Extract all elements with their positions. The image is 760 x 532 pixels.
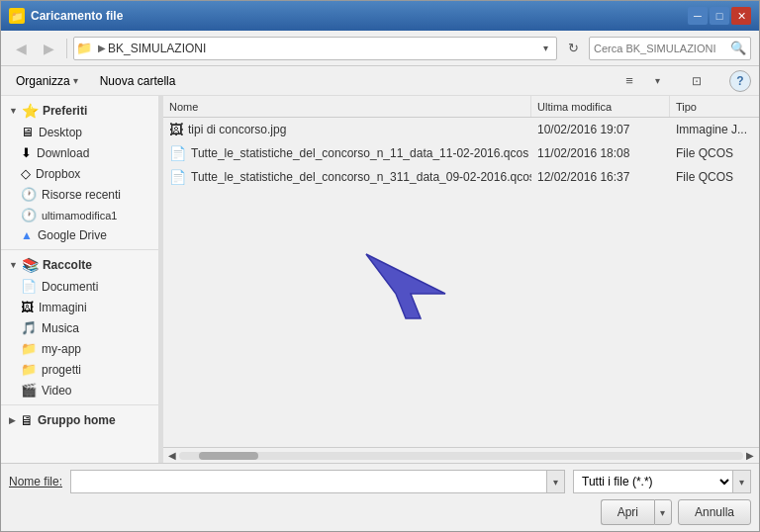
- filename-label: Nome file:: [9, 475, 62, 488]
- table-row[interactable]: 🖼 tipi di concorso.jpg 10/02/2016 19:07 …: [163, 118, 759, 141]
- sidebar-item-ultimamodifica-label: ultimamodifica1: [42, 210, 117, 222]
- file-dialog: 📁 Caricamento file ─ □ ✕ ◀ ▶ 📁 ▶ BK_SIMU…: [0, 0, 760, 532]
- hscroll-right-button[interactable]: ▶: [743, 450, 757, 461]
- refresh-button[interactable]: ↻: [561, 37, 585, 60]
- file-name-cell: 📄 Tutte_le_statistiche_del_concorso_n_11…: [163, 145, 531, 161]
- immagini-icon: 🖼: [21, 300, 34, 314]
- myapp-icon: 📁: [21, 341, 37, 356]
- googledrive-icon: ▲: [21, 228, 33, 242]
- file-date-cell: 12/02/2016 16:37: [531, 170, 670, 184]
- hscroll-left-button[interactable]: ◀: [165, 450, 179, 461]
- musica-icon: 🎵: [21, 320, 37, 335]
- sidebar-group-gruppohome[interactable]: ▶ 🖥 Gruppo home: [1, 409, 158, 431]
- sidebar-item-dropbox[interactable]: ◇ Dropbox: [1, 163, 158, 184]
- col-type-label: Tipo: [676, 101, 697, 113]
- expand-icon-preferiti: ▼: [9, 106, 18, 116]
- sidebar-item-documenti[interactable]: 📄 Documenti: [1, 276, 158, 297]
- breadcrumb-path: BK_SIMULAZIONI: [108, 42, 538, 55]
- organize-dropdown-icon: ▾: [73, 75, 78, 86]
- sidebar-section-raccolte: ▼ 📚 Raccolte 📄 Documenti 🖼 Immagini 🎵 Mu…: [1, 254, 158, 400]
- file-icon-qcos1: 📄: [169, 145, 186, 161]
- preferiti-group-icon: ⭐: [22, 103, 39, 119]
- sidebar-divider-1: [1, 249, 158, 250]
- hscroll-track: [179, 452, 743, 460]
- breadcrumb-dropdown-button[interactable]: ▾: [538, 38, 552, 59]
- gruppohome-group-icon: 🖥: [20, 412, 34, 428]
- organize-label: Organizza: [16, 74, 70, 88]
- open-button[interactable]: Apri: [601, 499, 654, 525]
- col-header-date[interactable]: Ultima modifica: [531, 96, 670, 117]
- close-button[interactable]: ✕: [731, 7, 751, 25]
- sidebar-item-desktop[interactable]: 🖥 Desktop: [1, 122, 158, 142]
- filetype-select[interactable]: Tutti i file (*.*): [573, 470, 733, 493]
- sidebar-item-progetti-label: progetti: [42, 363, 81, 377]
- minimize-button[interactable]: ─: [688, 7, 708, 25]
- search-input[interactable]: [594, 43, 730, 54]
- file-date-cell: 11/02/2016 18:08: [531, 146, 670, 160]
- sidebar-item-googledrive[interactable]: ▲ Google Drive: [1, 225, 158, 245]
- filename-input[interactable]: [70, 470, 547, 493]
- hscroll-thumb[interactable]: [199, 452, 258, 460]
- gruppohome-group-label: Gruppo home: [38, 413, 116, 427]
- title-icon: 📁: [9, 8, 25, 24]
- sidebar: ▼ ⭐ Preferiti 🖥 Desktop ⬇ Download ◇ Dro…: [1, 96, 159, 463]
- sidebar-group-preferiti[interactable]: ▼ ⭐ Preferiti: [1, 100, 158, 122]
- filetype-select-wrap: Tutti i file (*.*) ▾: [573, 470, 751, 493]
- filetype-dropdown-button[interactable]: ▾: [733, 470, 751, 493]
- filename-row: Nome file: ▾ Tutti i file (*.*) ▾: [9, 470, 751, 493]
- title-text: Caricamento file: [31, 9, 688, 23]
- file-list: 🖼 tipi di concorso.jpg 10/02/2016 19:07 …: [163, 118, 759, 447]
- file-name-cell: 📄 Tutte_le_statistiche_del_concorso_n_31…: [163, 169, 531, 185]
- sidebar-item-myapp[interactable]: 📁 my-app: [1, 338, 158, 359]
- help-button[interactable]: ?: [729, 70, 751, 92]
- sidebar-item-video[interactable]: 🎬 Video: [1, 380, 158, 400]
- breadcrumb[interactable]: 📁 ▶ BK_SIMULAZIONI ▾: [73, 37, 557, 60]
- sidebar-item-recenti[interactable]: 🕐 Risorse recenti: [1, 184, 158, 205]
- back-button[interactable]: ◀: [9, 37, 33, 60]
- open-button-group: Apri ▾: [601, 499, 672, 525]
- table-row[interactable]: 📄 Tutte_le_statistiche_del_concorso_n_11…: [163, 141, 759, 165]
- search-button[interactable]: 🔍: [730, 41, 746, 55]
- preview-pane-button[interactable]: ⊡: [684, 69, 710, 93]
- file-name-label: tipi di concorso.jpg: [188, 123, 286, 136]
- title-bar: 📁 Caricamento file ─ □ ✕: [1, 1, 759, 31]
- horizontal-scrollbar[interactable]: ◀ ▶: [163, 447, 759, 463]
- col-header-type[interactable]: Tipo: [670, 96, 759, 117]
- sidebar-item-immagini[interactable]: 🖼 Immagini: [1, 297, 158, 317]
- file-list-header: Nome Ultima modifica Tipo: [163, 96, 759, 118]
- sidebar-item-musica-label: Musica: [42, 321, 79, 335]
- sidebar-item-myapp-label: my-app: [42, 342, 81, 356]
- open-dropdown-button[interactable]: ▾: [654, 499, 672, 525]
- sidebar-group-raccolte[interactable]: ▼ 📚 Raccolte: [1, 254, 158, 276]
- ultimamodifica-icon: 🕐: [21, 208, 37, 222]
- cancel-button[interactable]: Annulla: [678, 499, 751, 525]
- forward-button[interactable]: ▶: [37, 37, 60, 60]
- sidebar-item-ultimamodifica[interactable]: 🕐 ultimamodifica1: [1, 205, 158, 225]
- view-button[interactable]: ≡: [617, 69, 642, 93]
- organize-button[interactable]: Organizza ▾: [9, 71, 85, 91]
- sidebar-item-download-label: Download: [37, 146, 89, 160]
- action-row: Apri ▾ Annulla: [9, 499, 751, 525]
- col-date-label: Ultima modifica: [537, 101, 612, 113]
- sidebar-item-download[interactable]: ⬇ Download: [1, 142, 158, 163]
- table-row[interactable]: 📄 Tutte_le_statistiche_del_concorso_n_31…: [163, 165, 759, 189]
- bottom-bar: Nome file: ▾ Tutti i file (*.*) ▾ Apri ▾…: [1, 463, 759, 531]
- maximize-button[interactable]: □: [710, 7, 729, 25]
- col-header-name[interactable]: Nome: [163, 96, 531, 117]
- sidebar-item-dropbox-label: Dropbox: [36, 167, 80, 181]
- file-type-cell: File QCOS: [670, 146, 759, 160]
- sidebar-item-musica[interactable]: 🎵 Musica: [1, 317, 158, 338]
- col-name-label: Nome: [169, 101, 198, 113]
- download-icon: ⬇: [21, 145, 32, 160]
- breadcrumb-arrow: ▶: [98, 43, 106, 53]
- preferiti-group-label: Preferiti: [43, 104, 87, 118]
- documenti-icon: 📄: [21, 279, 37, 294]
- navigation-toolbar: ◀ ▶ 📁 ▶ BK_SIMULAZIONI ▾ ↻ 🔍: [1, 31, 759, 66]
- filename-dropdown-button[interactable]: ▾: [547, 470, 565, 493]
- file-icon-jpg: 🖼: [169, 122, 183, 137]
- view-dropdown-button[interactable]: ▾: [650, 69, 664, 93]
- file-area: Nome Ultima modifica Tipo 🖼 tipi di conc…: [163, 96, 759, 463]
- new-folder-button[interactable]: Nuova cartella: [93, 71, 183, 91]
- sidebar-item-progetti[interactable]: 📁 progetti: [1, 359, 158, 380]
- sidebar-item-documenti-label: Documenti: [42, 280, 98, 294]
